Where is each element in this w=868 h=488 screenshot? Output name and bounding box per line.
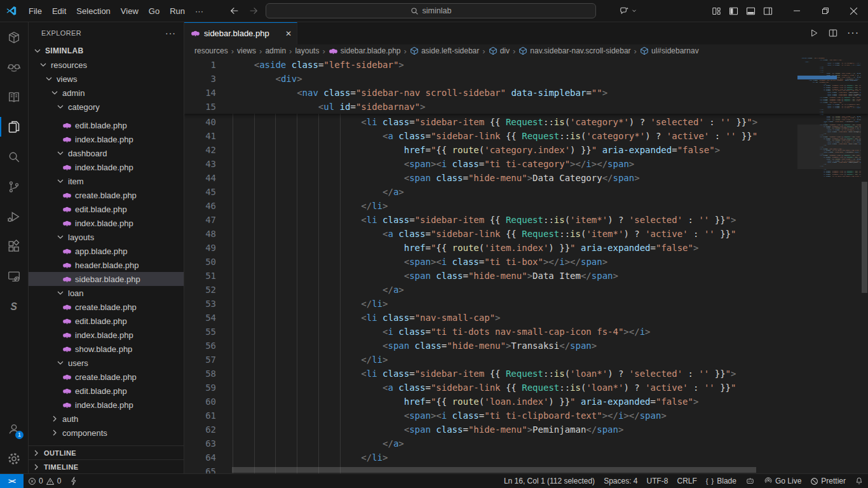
line-number[interactable]: 58 — [184, 367, 216, 381]
tree-item-folder[interactable]: layouts — [29, 230, 184, 244]
minimize-button[interactable] — [782, 0, 811, 22]
pane-timeline[interactable]: TIMELINE — [29, 459, 184, 473]
tree-item-file[interactable]: create.blade.php — [29, 300, 184, 314]
breadcrumb-item[interactable]: sidebar.blade.php — [329, 46, 401, 56]
code-line[interactable]: 63 </a> — [184, 437, 868, 451]
code-line[interactable]: 61 <span><i class="ti ti-clipboard-text"… — [184, 409, 868, 423]
command-center-search[interactable]: siminlab — [266, 3, 596, 18]
activity-source-control-icon[interactable] — [0, 172, 28, 201]
menu-selection[interactable]: Selection — [71, 4, 115, 18]
tab-sidebar-blade[interactable]: sidebar.blade.php ✕ — [184, 22, 297, 44]
line-number[interactable]: 41 — [184, 129, 216, 143]
line-number[interactable]: 14 — [184, 86, 216, 100]
pane-outline[interactable]: OUTLINE — [29, 445, 184, 459]
status-item-go-live[interactable]: Go Live — [759, 474, 806, 488]
tree-item-folder[interactable]: SIMINLAB — [29, 44, 184, 58]
vertical-scrollbar[interactable] — [861, 58, 868, 473]
code-line[interactable]: 48 <a class="sidebar-link {{ Request::is… — [184, 227, 868, 241]
code-line[interactable]: 3 <div> — [184, 72, 868, 86]
code-line[interactable]: 51 <span class="hide-menu">Data Item</sp… — [184, 269, 868, 283]
line-number[interactable]: 61 — [184, 409, 216, 423]
code-line[interactable]: 44 <span class="hide-menu">Data Category… — [184, 171, 868, 185]
line-number[interactable]: 42 — [184, 143, 216, 157]
code-line[interactable]: 58 <li class="sidebar-item {{ Request::i… — [184, 367, 868, 381]
toggle-secondary-sidebar-icon[interactable] — [763, 6, 773, 17]
run-file-icon[interactable] — [809, 28, 819, 38]
activity-extensions-icon[interactable] — [0, 231, 28, 261]
line-number[interactable]: 50 — [184, 255, 216, 269]
tree-item-file[interactable]: create.blade.php — [29, 370, 184, 384]
toggle-panel-icon[interactable] — [745, 6, 756, 17]
activity-account-icon[interactable]: 1 — [0, 414, 28, 444]
activity-s-extension-icon[interactable]: S — [0, 291, 28, 321]
tree-item-file[interactable]: edit.blade.php — [29, 118, 184, 132]
status-item-notifications[interactable] — [850, 474, 868, 488]
history-back-icon[interactable] — [227, 4, 241, 18]
status-item-eol[interactable]: CRLF — [673, 474, 702, 488]
line-number[interactable]: 43 — [184, 157, 216, 171]
status-item-encoding[interactable]: UTF-8 — [642, 474, 673, 488]
breadcrumb-item[interactable]: admin — [265, 46, 286, 55]
code-line[interactable]: 40 <li class="sidebar-item {{ Request::i… — [184, 115, 868, 129]
line-number[interactable]: 63 — [184, 437, 216, 451]
code-line[interactable]: 54 <li class="nav-small-cap"> — [184, 311, 868, 325]
line-number[interactable]: 53 — [184, 297, 216, 311]
tree-item-folder[interactable]: views — [29, 72, 184, 86]
menu-go[interactable]: Go — [144, 4, 165, 18]
status-item-indentation[interactable]: Spaces: 4 — [599, 474, 642, 488]
tree-item-folder[interactable]: admin — [29, 86, 184, 100]
code-line[interactable]: 52 </a> — [184, 283, 868, 297]
tree-item-file[interactable]: index.blade.php — [29, 328, 184, 342]
line-number[interactable]: 55 — [184, 325, 216, 339]
line-number[interactable]: 15 — [184, 100, 216, 114]
activity-settings-gear-icon[interactable] — [0, 444, 28, 473]
tree-item-folder[interactable]: users — [29, 356, 184, 370]
restore-button[interactable] — [811, 0, 839, 22]
tree-item-file[interactable]: edit.blade.php — [29, 314, 184, 328]
tree-item-file[interactable]: app.blade.php — [29, 244, 184, 258]
breadcrumb-item[interactable]: div — [489, 46, 510, 55]
tree-item-folder[interactable]: category — [29, 100, 184, 114]
minimap[interactable]: <aside class="left-sidebar"> <li class="… — [797, 58, 861, 473]
tree-item-folder[interactable]: resources — [29, 58, 184, 72]
tree-item-folder[interactable]: components — [29, 426, 184, 440]
line-number[interactable]: 54 — [184, 311, 216, 325]
breadcrumb-item[interactable]: aside.left-sidebar — [410, 46, 479, 55]
tree-item-file[interactable]: show.blade.php — [29, 342, 184, 356]
breadcrumb-item[interactable]: nav.sidebar-nav.scroll-sidebar — [519, 46, 630, 55]
tree-item-file[interactable]: index.blade.php — [29, 216, 184, 230]
code-lines[interactable]: 40 <li class="sidebar-item {{ Request::i… — [184, 115, 868, 473]
tree-item-file[interactable]: sidebar.blade.php — [29, 272, 184, 286]
tree-item-file[interactable]: index.blade.php — [29, 160, 184, 174]
line-number[interactable]: 3 — [184, 72, 216, 86]
code-line[interactable]: 60 href="{{ route('loan.index') }}" aria… — [184, 395, 868, 409]
split-editor-icon[interactable] — [828, 28, 838, 38]
code-line[interactable]: 1 <aside class="left-sidebar"> — [184, 58, 868, 72]
menu-file[interactable]: File — [24, 4, 47, 18]
horizontal-scrollbar[interactable] — [184, 466, 797, 473]
code-line[interactable]: 55 <i class="ti ti-dots nav-small-cap-ic… — [184, 325, 868, 339]
breadcrumb-item[interactable]: ul#sidebarnav — [640, 46, 699, 55]
breadcrumb-item[interactable]: views — [237, 46, 256, 55]
activity-book-icon[interactable] — [0, 82, 28, 112]
line-number[interactable]: 45 — [184, 185, 216, 199]
tab-close-icon[interactable]: ✕ — [285, 29, 292, 38]
tree-item-file[interactable]: header.blade.php — [29, 258, 184, 272]
code-line[interactable]: 43 <span><i class="ti ti-category"></i><… — [184, 157, 868, 171]
activity-package-icon[interactable] — [0, 22, 28, 52]
tree-item-file[interactable]: create.blade.php — [29, 188, 184, 202]
copilot-chat-icon[interactable] — [615, 6, 641, 17]
tree-item-file[interactable]: create.blade.php — [29, 114, 184, 118]
line-number[interactable]: 48 — [184, 227, 216, 241]
breadcrumb-item[interactable]: resources — [194, 46, 228, 55]
explorer-more-actions-icon[interactable]: ··· — [165, 28, 176, 38]
menu-moremoremore[interactable]: ··· — [190, 4, 208, 18]
tree-item-file[interactable]: index.blade.php — [29, 440, 184, 444]
activity-remote-explorer-icon[interactable] — [0, 261, 28, 291]
code-line[interactable]: 50 <span><i class="ti ti-box"></i></span… — [184, 255, 868, 269]
status-item-cursor-position[interactable]: Ln 16, Col 1 (112 selected) — [499, 474, 599, 488]
remote-indicator[interactable]: >< — [0, 474, 24, 488]
close-window-button[interactable] — [839, 0, 868, 22]
tree-item-file[interactable]: index.blade.php — [29, 132, 184, 146]
code-editor[interactable]: 1 <aside class="left-sidebar">3 <div>14 … — [184, 58, 868, 473]
